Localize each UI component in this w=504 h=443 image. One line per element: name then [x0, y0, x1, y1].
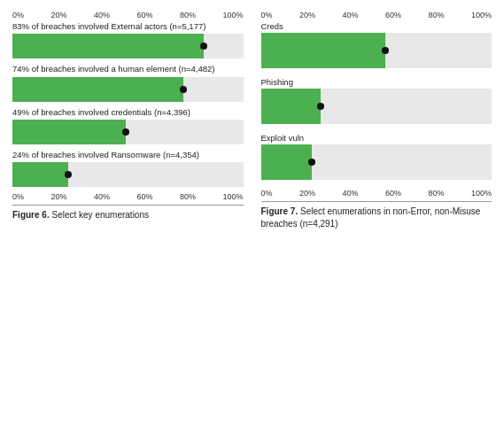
fig6-bar-1-dot [200, 43, 207, 50]
fig7-bar-creds-fill [261, 33, 386, 68]
fig7-bar-exploit-fill [261, 144, 312, 180]
fig6-bar-4-wrapper [12, 162, 244, 187]
fig7-bar-creds: Creds [261, 21, 492, 68]
figures-container: 0% 20% 40% 60% 80% 100% 83% of breaches … [12, 11, 492, 230]
fig6-bar-2-wrapper [12, 77, 244, 102]
fig7-bar-phishing-wrapper [261, 89, 492, 124]
fig6-bottom-axis: 0% 20% 40% 60% 80% 100% [12, 192, 244, 201]
fig7-bar-exploit: Exploit vuln [261, 133, 492, 180]
figure6: 0% 20% 40% 60% 80% 100% 83% of breaches … [12, 11, 244, 230]
fig7-bar-exploit-label: Exploit vuln [261, 133, 492, 143]
fig7-bar-creds-dot [382, 47, 389, 54]
fig6-bar-1-wrapper [12, 34, 244, 58]
fig6-top-axis: 0% 20% 40% 60% 80% 100% [12, 11, 244, 19]
fig7-bar-exploit-dot [308, 159, 315, 166]
fig7-bar-phishing-label: Phishing [261, 77, 492, 87]
fig6-caption-text: Select key enumerations [51, 210, 149, 220]
fig6-bar-2-dot [180, 86, 187, 93]
fig6-bar-2-fill [12, 77, 183, 102]
fig7-bottom-axis: 0% 20% 40% 60% 80% 100% [261, 189, 492, 198]
fig7-bar-phishing: Phishing [261, 77, 492, 124]
fig7-bar-exploit-wrapper [261, 144, 492, 180]
fig7-title: Figure 7. [261, 206, 299, 216]
fig7-bar-phishing-dot [317, 103, 324, 110]
fig7-bar-phishing-fill [261, 89, 322, 124]
fig6-bar-1: 83% of breaches involved External actors… [12, 21, 244, 58]
fig7-bar-creds-wrapper [261, 33, 492, 68]
fig6-bar-2: 74% of breaches involved a human element… [12, 64, 244, 101]
fig6-bar-4-label: 24% of breaches involved Ransomware (n=4… [12, 150, 244, 160]
fig6-caption: Figure 6. Select key enumerations [12, 205, 244, 222]
fig6-bar-3-wrapper [12, 120, 244, 144]
fig6-bar-4: 24% of breaches involved Ransomware (n=4… [12, 150, 244, 187]
fig6-bar-4-fill [12, 162, 68, 187]
fig6-bar-4-dot [65, 171, 72, 178]
fig6-bar-3: 49% of breaches involved credentials (n=… [12, 107, 244, 144]
fig6-bar-3-label: 49% of breaches involved credentials (n=… [12, 107, 244, 118]
fig6-bar-1-fill [12, 34, 204, 58]
fig6-bar-3-dot [122, 128, 129, 136]
fig7-bar-creds-label: Creds [261, 21, 492, 31]
fig6-bar-2-label: 74% of breaches involved a human element… [12, 64, 244, 74]
figure7: 0% 20% 40% 60% 80% 100% Creds Phishing E [261, 11, 492, 230]
fig6-title: Figure 6. [12, 210, 50, 220]
fig7-top-axis: 0% 20% 40% 60% 80% 100% [261, 11, 492, 19]
fig6-bar-1-label: 83% of breaches involved External actors… [12, 21, 244, 32]
fig7-caption: Figure 7. Select enumerations in non-Err… [261, 201, 492, 230]
fig6-bar-3-fill [12, 120, 126, 144]
